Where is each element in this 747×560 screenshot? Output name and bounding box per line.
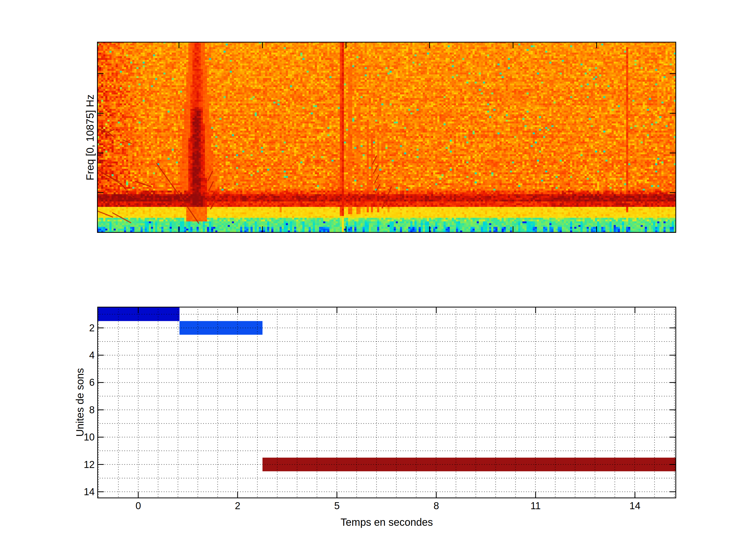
gantt-y-tick-label: 6 [61, 376, 95, 389]
figure-canvas: Freq [0, 10875] Hz Unites de sons Temps … [0, 0, 747, 560]
gantt-x-tick-label: 0 [135, 500, 141, 511]
gantt-x-tick-label: 8 [433, 500, 439, 511]
gantt-y-tick-label: 10 [61, 431, 95, 443]
gantt-x-tick-label: 5 [334, 500, 339, 511]
gantt-y-tick-label: 12 [61, 458, 95, 471]
spectrogram-freq-axis-label: Freq [0, 10875] Hz [84, 95, 96, 180]
gantt-x-axis-label: Temps en secondes [340, 516, 433, 528]
gantt-x-tick-label: 11 [531, 500, 541, 511]
gantt-canvas [97, 307, 676, 498]
gantt-y-tick-label: 2 [61, 322, 95, 334]
spectrogram-canvas [97, 42, 676, 233]
gantt-x-tick-label: 14 [629, 500, 640, 511]
gantt-y-tick-label: 8 [61, 404, 95, 416]
gantt-x-tick-label: 2 [235, 500, 240, 511]
spectrogram-plot [97, 42, 676, 233]
gantt-y-tick-label: 4 [61, 349, 95, 362]
gantt-plot [97, 307, 676, 498]
gantt-y-tick-label: 14 [61, 486, 95, 498]
